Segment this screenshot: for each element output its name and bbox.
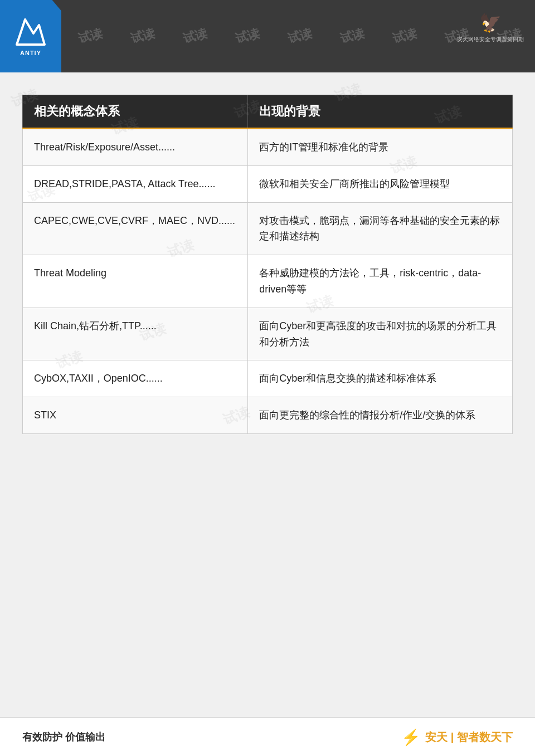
table-row: CAPEC,CWE,CVE,CVRF，MAEC，NVD......对攻击模式，脆… [23,202,513,255]
table-row: Threat/Risk/Exposure/Asset......西方的IT管理和… [23,129,513,166]
footer: 有效防护 价值输出 ⚡ 安天 | 智者数天下 [0,717,535,756]
table-row: STIX面向更完整的综合性的情报分析/作业/交换的体系 [23,397,513,434]
brand-icon: 🦅 [479,12,502,33]
table-cell-right: 面向更完整的综合性的情报分析/作业/交换的体系 [248,397,513,434]
watermark-3: 试读 [181,25,209,47]
footer-brand-name: 安天 [425,731,448,743]
table-cell-left: Threat/Risk/Exposure/Asset...... [23,129,248,166]
footer-brand-text: 安天 | 智者数天下 [425,730,513,745]
watermark-2: 试读 [129,25,157,47]
table-cell-left: CybOX,TAXII，OpenIOC...... [23,360,248,397]
table-cell-left: CAPEC,CWE,CVE,CVRF，MAEC，NVD...... [23,202,248,255]
table-row: Kill Chain,钻石分析,TTP......面向Cyber和更高强度的攻击… [23,308,513,360]
footer-logo-icon: ⚡ [401,728,421,747]
table-cell-right: 面向Cyber和信息交换的描述和标准体系 [248,360,513,397]
header-right-logo: 🦅 安天网络安全专训营第四期 [457,6,524,50]
table-body: Threat/Risk/Exposure/Asset......西方的IT管理和… [23,129,513,434]
watermark-4: 试读 [234,25,261,47]
col-left-header: 相关的概念体系 [23,95,248,129]
table-row: Threat Modeling各种威胁建模的方法论，工具，risk-centri… [23,255,513,308]
table-cell-left: DREAD,STRIDE,PASTA, Attack Tree...... [23,165,248,202]
watermark-6: 试读 [338,25,366,47]
logo-icon [14,17,47,47]
watermark-1: 试读 [76,25,104,47]
footer-tagline: 有效防护 价值输出 [22,730,105,744]
table-cell-right: 各种威胁建模的方法论，工具，risk-centric，data-driven等等 [248,255,513,308]
footer-brand-separator: | [451,731,454,743]
table-cell-left: Kill Chain,钻石分析,TTP...... [23,308,248,360]
footer-brand-sub: 智者数天下 [457,731,513,743]
header: ANTIY 试读 试读 试读 试读 试读 试读 试读 试读 试读 🦅 安天网络安… [0,0,535,72]
main-content: 试读 试读 试读 试读 试读 试读 试读 试读 试读 试读 试读 试读 试读 试… [0,72,535,451]
footer-brand: ⚡ 安天 | 智者数天下 [401,728,513,747]
table-cell-left: Threat Modeling [23,255,248,308]
col-right-header: 出现的背景 [248,95,513,129]
logo-box: ANTIY [0,0,61,72]
brand-subtitle: 安天网络安全专训营第四期 [457,36,524,43]
table-row: DREAD,STRIDE,PASTA, Attack Tree......微软和… [23,165,513,202]
table-cell-right: 西方的IT管理和标准化的背景 [248,129,513,166]
main-table: 相关的概念体系 出现的背景 Threat/Risk/Exposure/Asset… [22,95,513,434]
logo-text: ANTIY [20,50,41,56]
table-cell-right: 微软和相关安全厂商所推出的风险管理模型 [248,165,513,202]
table-row: CybOX,TAXII，OpenIOC......面向Cyber和信息交换的描述… [23,360,513,397]
table-cell-left: STIX [23,397,248,434]
table-cell-right: 面向Cyber和更高强度的攻击和对抗的场景的分析工具和分析方法 [248,308,513,360]
watermark-5: 试读 [286,25,314,47]
table-cell-right: 对攻击模式，脆弱点，漏洞等各种基础的安全元素的标定和描述结构 [248,202,513,255]
watermark-7: 试读 [391,25,419,47]
table-header-row: 相关的概念体系 出现的背景 [23,95,513,129]
svg-marker-0 [17,19,45,45]
